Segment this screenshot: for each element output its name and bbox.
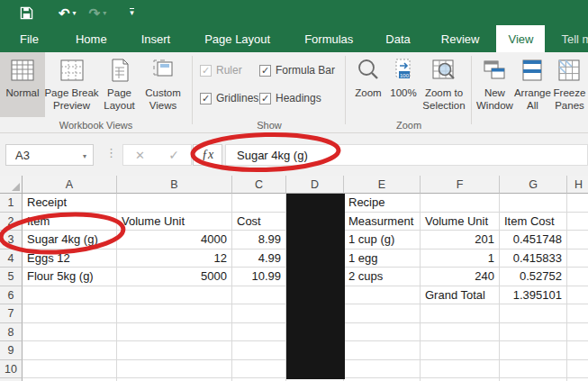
name-box-dropdown-icon[interactable]: ▾ (83, 152, 86, 160)
custom-views-icon (149, 57, 176, 84)
cell-A4[interactable]: Eggs 12 (23, 249, 116, 268)
column-header-G[interactable]: G (500, 176, 567, 194)
formula-input[interactable]: Sugar 4kg (g) (225, 144, 588, 166)
cell-E5[interactable]: 2 cups (345, 268, 420, 286)
column-header-A[interactable]: A (23, 176, 117, 194)
cell-C2[interactable]: Cost (233, 213, 285, 231)
tell-me-label: Tell me what you w (561, 32, 588, 46)
zoom-100-icon: 100 (390, 57, 417, 84)
redaction-black-box (286, 194, 345, 379)
ribbon-tab-bar: File Home Insert Page Layout Formulas Da… (0, 25, 588, 52)
row-header-5[interactable]: 5 (0, 268, 23, 286)
new-window-button[interactable]: NewWindow (475, 52, 514, 117)
cell-C4[interactable]: 4.99 (233, 249, 285, 268)
column-header-F[interactable]: F (421, 176, 500, 194)
tab-file[interactable]: File (5, 25, 53, 52)
customize-qat-icon[interactable]: ▾ (130, 8, 134, 17)
cell-E3[interactable]: 1 cup (g) (345, 231, 420, 249)
row-header-9[interactable]: 9 (0, 341, 23, 360)
cell-F2[interactable]: Volume Unit (421, 213, 499, 231)
save-icon[interactable] (20, 6, 33, 20)
custom-views-button[interactable]: CustomViews (140, 52, 185, 117)
page-layout-button[interactable]: PageLayout (98, 52, 140, 117)
freeze-panes-button[interactable]: FreezePanes (551, 52, 588, 117)
tab-review[interactable]: Review (430, 25, 492, 52)
cell-A5[interactable]: Flour 5kg (g) (23, 268, 116, 286)
cell-B3[interactable]: 4000 (118, 231, 231, 249)
select-all-corner[interactable] (0, 176, 23, 194)
tab-home[interactable]: Home (64, 25, 119, 52)
arrange-all-button[interactable]: ArrangeAll (514, 52, 551, 117)
cell-F5[interactable]: 240 (421, 268, 499, 286)
cell-B4[interactable]: 12 (118, 249, 231, 268)
page-break-preview-button[interactable]: Page BreakPreview (45, 52, 98, 117)
cell-G4[interactable]: 0.415833 (501, 249, 566, 268)
undo-dropdown-icon[interactable]: ▾ (73, 9, 77, 17)
cell-G3[interactable]: 0.451748 (501, 231, 566, 249)
row-header-7[interactable]: 7 (0, 304, 23, 323)
group-workbook-views: Normal Page BreakPreview PageLayout (0, 52, 192, 133)
page-break-preview-icon (59, 57, 86, 84)
row-header-3[interactable]: 3 (0, 231, 23, 249)
cell-F3[interactable]: 201 (421, 231, 499, 249)
zoom-100-button[interactable]: 100 100% (386, 52, 421, 117)
zoom-icon (355, 57, 382, 84)
ribbon-separator (345, 56, 346, 124)
cell-B5[interactable]: 5000 (118, 268, 231, 286)
cell-B2[interactable]: Volume Unit (118, 213, 231, 231)
checkbox-icon[interactable]: ✓ (259, 93, 271, 104)
column-header-H[interactable]: H (567, 176, 588, 194)
cell-E4[interactable]: 1 egg (345, 249, 420, 268)
tab-data[interactable]: Data (374, 25, 421, 52)
row-header-6[interactable]: 6 (0, 286, 23, 305)
tab-view[interactable]: View (496, 25, 545, 52)
group-label-workbook-views: Workbook Views (0, 120, 192, 131)
undo-icon[interactable]: ↶ (59, 6, 70, 20)
row-header-10[interactable]: 10 (0, 360, 23, 379)
cell-G6[interactable]: 1.395101 (501, 286, 566, 305)
redo-dropdown-icon: ▾ (103, 9, 106, 17)
cell-G2[interactable]: Item Cost (501, 213, 566, 231)
cell-C5[interactable]: 10.99 (233, 268, 285, 286)
zoom-button[interactable]: Zoom (350, 52, 386, 117)
column-header-B[interactable]: B (117, 176, 232, 194)
excel-window: ↶ ▾ ↷ ▾ ▾ File Home Insert Page Layout F… (0, 0, 588, 381)
row-header-2[interactable]: 2 (0, 213, 23, 231)
new-window-icon (481, 57, 508, 84)
tab-page-layout[interactable]: Page Layout (193, 25, 282, 52)
cell-F6[interactable]: Grand Total (421, 286, 499, 305)
insert-function-button[interactable]: ƒx (193, 144, 222, 166)
group-window: NewWindow ArrangeAll F (473, 52, 588, 133)
row-header-1[interactable]: 1 (0, 194, 23, 213)
svg-text:100: 100 (400, 73, 410, 78)
ribbon-separator (471, 56, 472, 124)
cell-E1[interactable]: Recipe (345, 194, 420, 213)
tell-me-box[interactable]: Tell me what you w (545, 25, 588, 52)
formula-bar-checkbox[interactable]: ✓ Formula Bar (259, 60, 353, 80)
column-header-D[interactable]: D (286, 176, 344, 194)
cell-G5[interactable]: 0.52752 (501, 268, 566, 286)
gridlines-checkbox[interactable]: ✓ Gridlines (200, 88, 259, 108)
cell-C3[interactable]: 8.99 (233, 231, 285, 249)
cell-A2[interactable]: Item (23, 213, 116, 231)
normal-view-button[interactable]: Normal (0, 52, 45, 117)
tab-formulas[interactable]: Formulas (293, 25, 365, 52)
checkbox-icon[interactable]: ✓ (259, 65, 271, 77)
cell-F4[interactable]: 1 (421, 249, 499, 268)
row-header-4[interactable]: 4 (0, 249, 23, 268)
row-header-8[interactable]: 8 (0, 323, 23, 342)
tab-insert[interactable]: Insert (130, 25, 183, 52)
checkbox-icon[interactable]: ✓ (200, 93, 212, 104)
zoom-to-selection-button[interactable]: Zoom toSelection (421, 52, 467, 117)
headings-checkbox[interactable]: ✓ Headings (259, 88, 353, 108)
cell-A3[interactable]: Sugar 4kg (g) (23, 231, 116, 249)
gridline (116, 194, 117, 381)
cell-E2[interactable]: Measurment (345, 213, 420, 231)
column-header-E[interactable]: E (344, 176, 421, 194)
cell-A1[interactable]: Receipt (23, 194, 116, 213)
column-header-C[interactable]: C (232, 176, 286, 194)
normal-view-icon (9, 57, 36, 84)
redo-icon: ↷ (89, 6, 101, 20)
formula-bar-dots: ⋮ (105, 146, 117, 159)
name-box[interactable]: A3 ▾ (5, 144, 94, 166)
